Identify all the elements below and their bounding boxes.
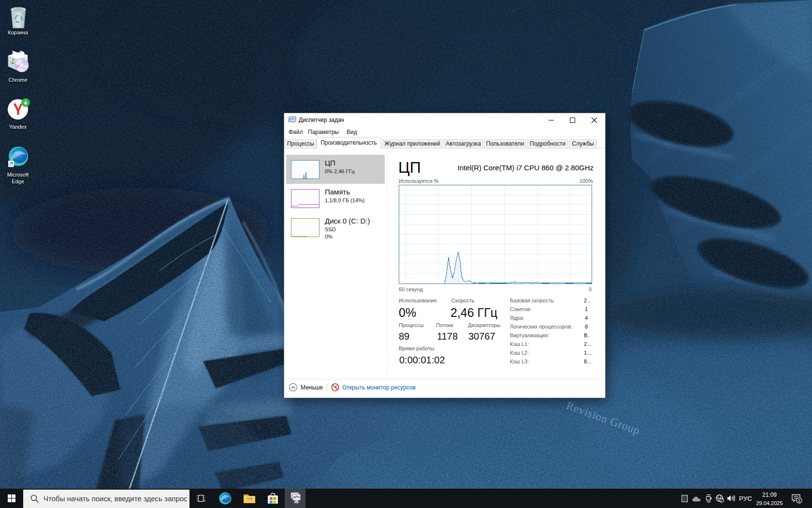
svg-text:2: 2 <box>798 498 800 503</box>
